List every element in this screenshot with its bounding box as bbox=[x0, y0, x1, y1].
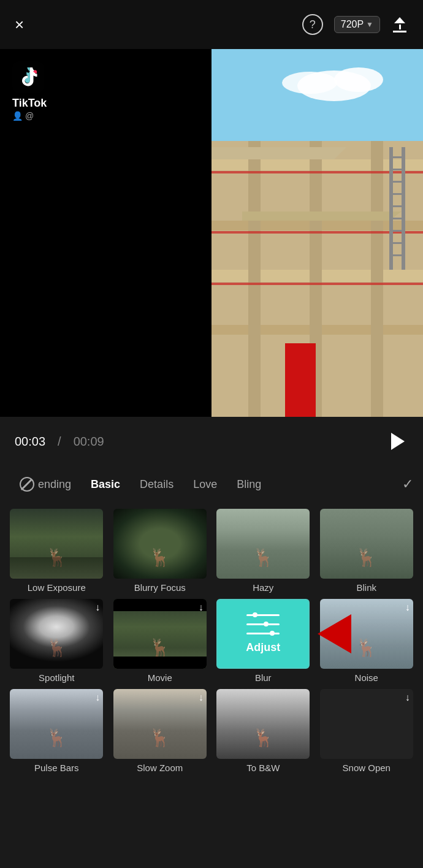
filter-thumb-blurry-focus: 🦌 bbox=[113, 509, 207, 579]
svg-rect-13 bbox=[371, 141, 383, 417]
tab-bling-label: Bling bbox=[237, 478, 261, 490]
filter-thumb-spotlight: 🦌 ↓ bbox=[10, 599, 103, 669]
tab-details-label: Details bbox=[140, 478, 173, 490]
upload-base-icon bbox=[393, 31, 406, 32]
tiktok-logo-icon bbox=[12, 61, 44, 93]
tiktok-name-label: TikTok bbox=[12, 97, 47, 110]
building-image bbox=[212, 49, 423, 417]
filter-spotlight[interactable]: 🦌 ↓ Spotlight bbox=[7, 599, 106, 683]
tiktok-branding: TikTok 👤 @ bbox=[12, 61, 47, 121]
svg-rect-20 bbox=[389, 147, 393, 270]
filter-label-blurry-focus: Blurry Focus bbox=[134, 582, 186, 593]
svg-marker-19 bbox=[242, 211, 402, 221]
adjust-label: Adjust bbox=[246, 641, 280, 654]
svg-rect-21 bbox=[402, 147, 405, 270]
filter-label-blur: Blur bbox=[255, 672, 272, 683]
tab-no-effect[interactable]: ending bbox=[10, 472, 81, 497]
filter-label-spotlight: Spotlight bbox=[39, 672, 74, 683]
deer-icon: 🦌 bbox=[149, 547, 170, 568]
filter-thumb-slow-zoom: 🦌 ↓ bbox=[113, 689, 207, 759]
filter-label-movie: Movie bbox=[148, 672, 172, 683]
filter-label-to-bw: To B&W bbox=[246, 763, 280, 773]
upload-shaft-icon bbox=[399, 25, 401, 29]
filter-blurry-focus[interactable]: 🦌 Blurry Focus bbox=[111, 509, 210, 593]
timeline-bar: 00:03 / 00:09 bbox=[0, 417, 423, 466]
deer-icon: 🦌 bbox=[46, 638, 67, 658]
filter-label-low-exposure: Low Exposure bbox=[28, 582, 86, 593]
filter-thumb-hazy: 🦌 bbox=[216, 509, 310, 579]
filter-label-noise: Noise bbox=[355, 672, 378, 683]
time-current: 00:03 bbox=[15, 435, 45, 449]
filter-label-slow-zoom: Slow Zoom bbox=[137, 763, 183, 773]
svg-rect-16 bbox=[212, 283, 423, 285]
download-icon-spotlight: ↓ bbox=[95, 602, 100, 613]
svg-rect-23 bbox=[389, 169, 405, 170]
deer-icon: 🦌 bbox=[356, 547, 377, 568]
download-icon-noise: ↓ bbox=[405, 602, 410, 613]
svg-rect-28 bbox=[389, 230, 405, 232]
video-right-panel bbox=[212, 49, 423, 417]
filter-blink[interactable]: 🦌 Blink bbox=[318, 509, 416, 593]
tab-love[interactable]: Love bbox=[183, 473, 227, 496]
filter-to-bw[interactable]: 🦌 To B&W bbox=[214, 689, 313, 773]
svg-rect-17 bbox=[285, 343, 316, 417]
video-area: TikTok 👤 @ bbox=[0, 49, 423, 417]
svg-rect-22 bbox=[389, 156, 405, 158]
filter-tabs: ending Basic Details Love Bling ✓ bbox=[0, 466, 423, 503]
filter-slow-zoom[interactable]: 🦌 ↓ Slow Zoom bbox=[111, 689, 210, 773]
svg-rect-27 bbox=[389, 218, 405, 219]
quality-selector[interactable]: 720P ▼ bbox=[334, 16, 380, 33]
filter-label-pulse-bars: Pulse Bars bbox=[34, 763, 79, 773]
filter-thumb-blink: 🦌 bbox=[320, 509, 413, 579]
download-icon-movie: ↓ bbox=[199, 602, 204, 613]
filter-thumb-to-bw: 🦌 bbox=[216, 689, 310, 759]
deer-icon: 🦌 bbox=[253, 547, 274, 568]
tab-bling[interactable]: Bling bbox=[227, 473, 271, 496]
video-left-panel: TikTok 👤 @ bbox=[0, 49, 212, 417]
tiktok-at-label: 👤 @ bbox=[12, 111, 34, 121]
upload-button[interactable] bbox=[391, 16, 408, 33]
upload-arrow-icon bbox=[394, 17, 405, 23]
tab-love-label: Love bbox=[193, 478, 217, 490]
deer-icon: 🦌 bbox=[253, 728, 274, 748]
filter-grid: 🦌 Low Exposure 🦌 Blurry Focus 🦌 Hazy 🦌 B… bbox=[0, 503, 423, 779]
red-arrow bbox=[318, 614, 351, 653]
time-separator: / bbox=[58, 435, 61, 449]
tab-no-effect-label: ending bbox=[38, 478, 71, 491]
filter-movie[interactable]: 🦌 ↓ Movie bbox=[111, 599, 210, 683]
filter-thumb-pulse-bars: 🦌 ↓ bbox=[10, 689, 103, 759]
confirm-button[interactable]: ✓ bbox=[402, 476, 413, 492]
play-button[interactable] bbox=[387, 431, 408, 452]
filter-pulse-bars[interactable]: 🦌 ↓ Pulse Bars bbox=[7, 689, 106, 773]
close-button[interactable]: × bbox=[15, 17, 24, 32]
time-total: 00:09 bbox=[74, 435, 104, 449]
svg-rect-25 bbox=[389, 193, 405, 195]
no-effect-icon bbox=[20, 477, 34, 492]
download-icon-snow: ↓ bbox=[405, 692, 410, 703]
tab-details[interactable]: Details bbox=[130, 473, 183, 496]
filter-thumb-movie: 🦌 ↓ bbox=[113, 599, 207, 669]
tab-basic[interactable]: Basic bbox=[81, 473, 130, 496]
filter-thumb-blur: Adjust bbox=[216, 599, 310, 669]
svg-rect-24 bbox=[389, 181, 405, 183]
filter-label-hazy: Hazy bbox=[253, 582, 273, 593]
tab-basic-label: Basic bbox=[91, 478, 120, 490]
deer-icon: 🦌 bbox=[356, 638, 377, 658]
deer-icon: 🦌 bbox=[149, 728, 170, 748]
svg-point-4 bbox=[334, 67, 383, 92]
svg-rect-29 bbox=[389, 242, 405, 244]
filter-hazy[interactable]: 🦌 Hazy bbox=[214, 509, 313, 593]
filter-snow-open[interactable]: ↓ Snow Open bbox=[318, 689, 416, 773]
play-icon bbox=[391, 433, 405, 450]
filter-blur[interactable]: Adjust Blur bbox=[214, 599, 313, 683]
svg-rect-30 bbox=[389, 254, 405, 256]
deer-icon: 🦌 bbox=[46, 547, 67, 568]
download-icon-slow-zoom: ↓ bbox=[199, 692, 204, 703]
deer-icon: 🦌 bbox=[46, 728, 67, 748]
filter-thumb-low-exposure: 🦌 bbox=[10, 509, 103, 579]
svg-marker-18 bbox=[212, 147, 346, 159]
quality-label: 720P bbox=[341, 19, 364, 30]
filter-low-exposure[interactable]: 🦌 Low Exposure bbox=[7, 509, 106, 593]
quality-chevron-icon: ▼ bbox=[366, 20, 373, 29]
help-button[interactable]: ? bbox=[302, 14, 323, 35]
